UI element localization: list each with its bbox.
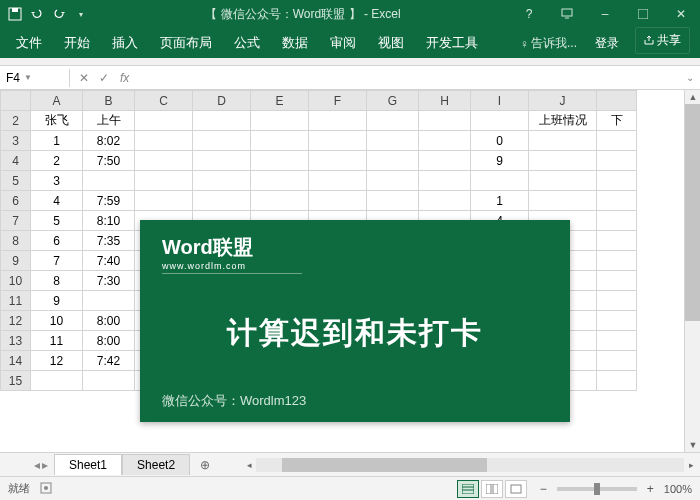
cell[interactable]: [309, 171, 367, 191]
cell[interactable]: 7:42: [83, 351, 135, 371]
row-header[interactable]: 14: [1, 351, 31, 371]
col-header[interactable]: B: [83, 91, 135, 111]
cell[interactable]: 上班情况: [529, 111, 597, 131]
col-header[interactable]: D: [193, 91, 251, 111]
new-sheet-button[interactable]: ⊕: [190, 455, 220, 475]
cell[interactable]: [135, 171, 193, 191]
cell[interactable]: 4: [31, 191, 83, 211]
cell[interactable]: [367, 171, 419, 191]
cell[interactable]: [31, 371, 83, 391]
col-header[interactable]: G: [367, 91, 419, 111]
col-header[interactable]: F: [309, 91, 367, 111]
cell[interactable]: [597, 171, 637, 191]
tab-view[interactable]: 视图: [368, 29, 414, 58]
col-header[interactable]: A: [31, 91, 83, 111]
cell[interactable]: [597, 351, 637, 371]
maximize-icon[interactable]: [624, 0, 662, 28]
zoom-in-button[interactable]: +: [643, 482, 658, 496]
cell[interactable]: 8:02: [83, 131, 135, 151]
row-header[interactable]: 3: [1, 131, 31, 151]
row-header[interactable]: 10: [1, 271, 31, 291]
tab-layout[interactable]: 页面布局: [150, 29, 222, 58]
scroll-right-icon[interactable]: ▸: [684, 458, 698, 472]
sheet-nav-last-icon[interactable]: ▸: [42, 458, 48, 472]
col-header[interactable]: [597, 91, 637, 111]
horizontal-scrollbar[interactable]: ◂ ▸: [256, 458, 684, 472]
formula-bar[interactable]: [139, 69, 680, 87]
cell[interactable]: 12: [31, 351, 83, 371]
col-header[interactable]: E: [251, 91, 309, 111]
tab-review[interactable]: 审阅: [320, 29, 366, 58]
cell[interactable]: [597, 371, 637, 391]
cell[interactable]: [597, 251, 637, 271]
minimize-icon[interactable]: –: [586, 0, 624, 28]
cell[interactable]: [597, 311, 637, 331]
cell[interactable]: 7:40: [83, 251, 135, 271]
cell[interactable]: [309, 111, 367, 131]
help-icon[interactable]: ?: [510, 0, 548, 28]
cell[interactable]: 张飞: [31, 111, 83, 131]
zoom-level[interactable]: 100%: [664, 483, 692, 495]
cell[interactable]: [529, 131, 597, 151]
cell[interactable]: [367, 111, 419, 131]
cell[interactable]: [309, 191, 367, 211]
tab-insert[interactable]: 插入: [102, 29, 148, 58]
zoom-out-button[interactable]: −: [536, 482, 551, 496]
cell[interactable]: [367, 131, 419, 151]
cell[interactable]: 7:35: [83, 231, 135, 251]
sheet-tab-2[interactable]: Sheet2: [122, 454, 190, 475]
zoom-slider[interactable]: [557, 487, 637, 491]
accept-formula-icon[interactable]: ✓: [96, 71, 112, 85]
formula-expand-icon[interactable]: ⌄: [680, 72, 700, 83]
row-header[interactable]: 4: [1, 151, 31, 171]
cell[interactable]: 6: [31, 231, 83, 251]
cell[interactable]: [193, 131, 251, 151]
cell[interactable]: 8:00: [83, 311, 135, 331]
cell[interactable]: 7: [31, 251, 83, 271]
close-icon[interactable]: ✕: [662, 0, 700, 28]
cell[interactable]: [529, 191, 597, 211]
cell[interactable]: [309, 131, 367, 151]
macro-record-icon[interactable]: [40, 482, 52, 496]
redo-icon[interactable]: [50, 5, 68, 23]
cell[interactable]: 9: [471, 151, 529, 171]
cell[interactable]: [193, 151, 251, 171]
row-header[interactable]: 8: [1, 231, 31, 251]
view-normal-button[interactable]: [457, 480, 479, 498]
cell[interactable]: [83, 171, 135, 191]
cell[interactable]: [419, 191, 471, 211]
cell[interactable]: [251, 111, 309, 131]
tab-developer[interactable]: 开发工具: [416, 29, 488, 58]
select-all-corner[interactable]: [1, 91, 31, 111]
tab-home[interactable]: 开始: [54, 29, 100, 58]
cell[interactable]: [419, 151, 471, 171]
undo-icon[interactable]: [28, 5, 46, 23]
tab-formulas[interactable]: 公式: [224, 29, 270, 58]
cell[interactable]: 10: [31, 311, 83, 331]
share-button[interactable]: 共享: [635, 27, 690, 54]
cell[interactable]: [251, 151, 309, 171]
cell[interactable]: [597, 291, 637, 311]
cell[interactable]: [529, 171, 597, 191]
row-header[interactable]: 11: [1, 291, 31, 311]
cell[interactable]: [193, 111, 251, 131]
vertical-scrollbar[interactable]: ▲ ▼: [684, 90, 700, 452]
login-link[interactable]: 登录: [585, 30, 629, 58]
name-box[interactable]: F4 ▼: [0, 69, 70, 87]
cell[interactable]: [251, 191, 309, 211]
save-icon[interactable]: [6, 5, 24, 23]
cell[interactable]: [597, 191, 637, 211]
cell[interactable]: [529, 151, 597, 171]
cell[interactable]: 9: [31, 291, 83, 311]
col-header[interactable]: I: [471, 91, 529, 111]
cell[interactable]: [597, 271, 637, 291]
cell[interactable]: [597, 151, 637, 171]
cell[interactable]: 0: [471, 131, 529, 151]
col-header[interactable]: J: [529, 91, 597, 111]
cell[interactable]: 1: [471, 191, 529, 211]
cell[interactable]: [193, 171, 251, 191]
sheet-tab-1[interactable]: Sheet1: [54, 454, 122, 475]
cell[interactable]: [309, 151, 367, 171]
cell[interactable]: [419, 171, 471, 191]
cell[interactable]: 2: [31, 151, 83, 171]
